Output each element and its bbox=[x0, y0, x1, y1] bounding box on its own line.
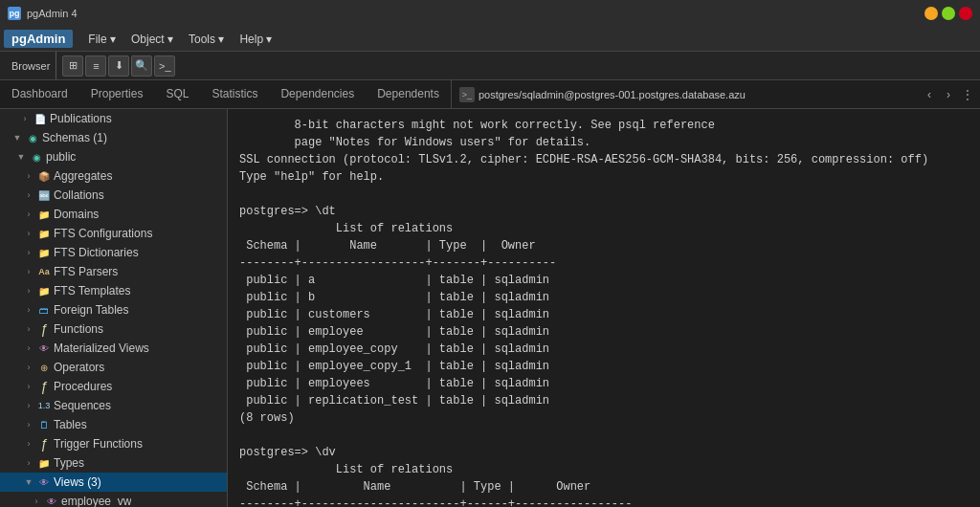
tab-menu-btn[interactable]: ⋮ bbox=[959, 86, 976, 103]
toggle-fts-config: › bbox=[23, 228, 34, 239]
employee-vw-label: employee_vw bbox=[61, 495, 131, 507]
sequences-label: Sequences bbox=[54, 399, 111, 412]
sidebar-item-publications[interactable]: › 📄 Publications bbox=[0, 109, 227, 128]
public-icon: ◉ bbox=[30, 150, 43, 164]
terminal-panel[interactable]: 8-bit characters might not work correctl… bbox=[228, 109, 980, 507]
toggle-fts-templates: › bbox=[23, 285, 34, 297]
sidebar-item-public[interactable]: ▼ ◉ public bbox=[0, 147, 227, 166]
tab-sql[interactable]: SQL bbox=[154, 81, 200, 108]
aggregates-icon: 📦 bbox=[37, 169, 51, 183]
sidebar-item-types[interactable]: › 📁 Types bbox=[0, 453, 227, 473]
types-label: Types bbox=[54, 456, 84, 470]
toolbar-grid-btn[interactable]: ⊞ bbox=[62, 55, 83, 77]
types-icon: 📁 bbox=[37, 456, 51, 470]
tab-dashboard[interactable]: Dashboard bbox=[0, 81, 79, 108]
app-logo: pgAdmin bbox=[4, 30, 73, 48]
terminal-icon: >_ bbox=[459, 87, 475, 102]
sidebar-item-fts-config[interactable]: › 📁 FTS Configurations bbox=[0, 224, 227, 243]
toggle-mat-views: › bbox=[23, 342, 34, 354]
menu-tools[interactable]: Tools ▾ bbox=[181, 30, 232, 49]
sidebar-item-trigger-functions[interactable]: › ƒ Trigger Functions bbox=[0, 434, 227, 453]
domains-label: Domains bbox=[54, 208, 99, 221]
sidebar-item-sequences[interactable]: › 1.3 Sequences bbox=[0, 396, 227, 415]
menu-object[interactable]: Object ▾ bbox=[123, 30, 181, 49]
sidebar-item-aggregates[interactable]: › 📦 Aggregates bbox=[0, 166, 227, 186]
sidebar-item-domains[interactable]: › 📁 Domains bbox=[0, 205, 227, 224]
sidebar-item-foreign-tables[interactable]: › 🗃 Foreign Tables bbox=[0, 300, 227, 320]
title-text: pgAdmin 4 bbox=[27, 8, 924, 19]
collations-label: Collations bbox=[54, 188, 104, 202]
toolbar-list-btn[interactable]: ≡ bbox=[85, 55, 106, 77]
tab-dependents[interactable]: Dependents bbox=[366, 81, 451, 108]
fts-config-icon: 📁 bbox=[37, 227, 51, 240]
fts-config-label: FTS Configurations bbox=[54, 227, 152, 240]
publications-icon: 📄 bbox=[33, 112, 47, 125]
toggle-procedures: › bbox=[23, 381, 34, 392]
sidebar-item-schemas[interactable]: ▼ ◉ Schemas (1) bbox=[0, 128, 227, 147]
close-button[interactable]: ✕ bbox=[959, 7, 972, 20]
toggle-tables: › bbox=[23, 419, 34, 430]
toggle-fts-dict: › bbox=[23, 247, 34, 258]
window-controls: – □ ✕ bbox=[924, 7, 972, 20]
toggle-operators: › bbox=[23, 362, 34, 373]
terminal-output: 8-bit characters might not work correctl… bbox=[239, 117, 969, 507]
fts-templates-label: FTS Templates bbox=[54, 284, 130, 298]
toggle-views: ▼ bbox=[23, 476, 34, 488]
sidebar-item-fts-parsers[interactable]: › Aa FTS Parsers bbox=[0, 262, 227, 281]
tables-label: Tables bbox=[54, 418, 87, 431]
toggle-public: ▼ bbox=[15, 151, 27, 163]
sidebar-item-tables[interactable]: › 🗒 Tables bbox=[0, 415, 227, 434]
schemas-label: Schemas (1) bbox=[42, 131, 107, 144]
sidebar: › 📄 Publications ▼ ◉ Schemas (1) ▼ ◉ pub… bbox=[0, 109, 228, 507]
toggle-foreign-tables: › bbox=[23, 304, 34, 316]
domains-icon: 📁 bbox=[37, 208, 51, 221]
menu-file[interactable]: File ▾ bbox=[80, 30, 123, 49]
sidebar-item-views[interactable]: ▼ 👁 Views (3) bbox=[0, 473, 227, 492]
fts-parsers-icon: Aa bbox=[37, 265, 51, 278]
aggregates-label: Aggregates bbox=[54, 169, 112, 183]
functions-icon: ƒ bbox=[37, 322, 51, 336]
procedures-icon: ƒ bbox=[37, 380, 51, 393]
title-bar: pg pgAdmin 4 – □ ✕ bbox=[0, 0, 980, 27]
tab-next-btn[interactable]: › bbox=[940, 86, 957, 103]
menu-help[interactable]: Help ▾ bbox=[232, 30, 279, 49]
terminal-tab-path[interactable]: >_ postgres/sqladmin@postgres-001.postgr… bbox=[451, 80, 917, 108]
sidebar-item-fts-dict[interactable]: › 📁 FTS Dictionaries bbox=[0, 243, 227, 262]
tab-navigation: ‹ › ⋮ bbox=[917, 86, 980, 103]
toggle-types: › bbox=[23, 457, 34, 469]
sidebar-item-fts-templates[interactable]: › 📁 FTS Templates bbox=[0, 281, 227, 300]
sidebar-item-procedures[interactable]: › ƒ Procedures bbox=[0, 377, 227, 396]
tab-dependencies[interactable]: Dependencies bbox=[269, 81, 366, 108]
tab-statistics[interactable]: Statistics bbox=[200, 81, 269, 108]
toggle-domains: › bbox=[23, 209, 34, 220]
app-icon: pg bbox=[8, 7, 21, 20]
operators-label: Operators bbox=[54, 361, 104, 374]
procedures-label: Procedures bbox=[54, 380, 112, 393]
sidebar-item-collations[interactable]: › 🔤 Collations bbox=[0, 186, 227, 205]
mat-views-label: Materialized Views bbox=[54, 342, 149, 355]
browser-label: Browser bbox=[6, 52, 56, 79]
operators-icon: ⊕ bbox=[37, 361, 51, 374]
schemas-icon: ◉ bbox=[26, 131, 39, 144]
fts-dict-icon: 📁 bbox=[37, 246, 51, 259]
sidebar-item-functions[interactable]: › ƒ Functions bbox=[0, 320, 227, 339]
menu-bar: pgAdmin File ▾ Object ▾ Tools ▾ Help ▾ bbox=[0, 27, 980, 52]
toolbar-search-btn[interactable]: 🔍 bbox=[131, 55, 152, 77]
toggle-schemas: ▼ bbox=[11, 132, 23, 143]
foreign-tables-label: Foreign Tables bbox=[54, 303, 129, 317]
mat-views-icon: 👁 bbox=[37, 342, 51, 355]
sidebar-item-employee-vw[interactable]: › 👁 employee_vw bbox=[0, 492, 227, 507]
fts-dict-label: FTS Dictionaries bbox=[54, 246, 139, 259]
sidebar-item-operators[interactable]: › ⊕ Operators bbox=[0, 358, 227, 377]
tab-prev-btn[interactable]: ‹ bbox=[921, 86, 938, 103]
toolbar-down-btn[interactable]: ⬇ bbox=[108, 55, 129, 77]
toggle-collations: › bbox=[23, 189, 34, 201]
tab-bar: Dashboard Properties SQL Statistics Depe… bbox=[0, 80, 980, 109]
tab-properties[interactable]: Properties bbox=[79, 81, 155, 108]
maximize-button[interactable]: □ bbox=[942, 7, 955, 20]
toolbar-terminal-btn[interactable]: >_ bbox=[154, 55, 175, 77]
sidebar-item-mat-views[interactable]: › 👁 Materialized Views bbox=[0, 339, 227, 358]
minimize-button[interactable]: – bbox=[924, 7, 938, 20]
main-layout: › 📄 Publications ▼ ◉ Schemas (1) ▼ ◉ pub… bbox=[0, 109, 980, 507]
public-label: public bbox=[46, 150, 76, 164]
